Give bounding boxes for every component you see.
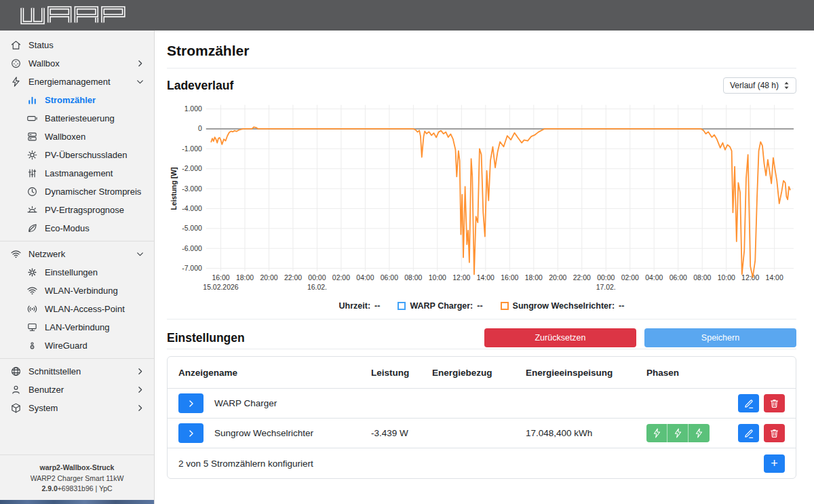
device-model: WARP2 Charger Smart 11kW [4,473,150,484]
meters-table: Anzeigename Leistung Energiebezug Energi… [167,356,796,479]
svg-text:-6.000: -6.000 [182,245,202,252]
col-phasen: Phasen [646,368,728,378]
reset-button[interactable]: Zurücksetzen [484,328,636,347]
svg-text:06:00: 06:00 [670,274,687,282]
svg-text:04:00: 04:00 [645,274,663,282]
sidebar-item-energiemanagement[interactable]: Energiemanagement [0,73,154,91]
legend-item: WARP Charger:-- [398,301,482,311]
delete-meter-button[interactable] [764,394,785,412]
sidebar-item-lan-verbindung[interactable]: LAN-Verbindung [0,318,154,336]
sidebar-item-wlan-verbindung[interactable]: WLAN-Verbindung [0,282,154,300]
sidebar-item-label: Einstellungen [45,267,98,277]
sidebar-item-label: Lastmanagement [45,168,113,178]
svg-text:10:00: 10:00 [718,274,735,282]
chevron-down-icon [136,77,144,86]
svg-text:20:00: 20:00 [549,274,566,282]
svg-text:18:00: 18:00 [525,274,543,282]
sidebar-item-batteriesteuerung[interactable]: Batteriesteuerung [0,109,154,128]
svg-text:-3.000: -3.000 [182,185,202,193]
legend-checkbox[interactable] [501,302,509,310]
svg-text:00:00: 00:00 [597,274,615,282]
save-button[interactable]: Speichern [644,328,796,347]
sidebar-bottom-logo-strip [0,500,154,504]
sidebar-item-label: Wallboxen [45,132,85,142]
sidebar-item-system[interactable]: System [0,399,154,417]
top-bar [0,0,814,31]
phases-cell [646,424,728,442]
sidebar-item-label: Dynamischer Strompreis [45,187,141,197]
sidebar-item-wlan-access-point[interactable]: WLAN-Access-Point [0,300,154,318]
home-icon [9,39,22,52]
charge-history-chart[interactable]: 1.0000-1.000-2.000-3.000-4.000-5.000-6.0… [167,98,796,301]
edit-meter-button[interactable] [738,424,759,442]
svg-text:00:00: 00:00 [308,274,326,282]
legend-checkbox[interactable] [398,302,406,310]
svg-text:08:00: 08:00 [693,274,711,282]
sidebar-item-benutzer[interactable]: Benutzer [0,381,154,399]
sidebar-item-label: Schnittstellen [28,366,81,376]
sidebar: StatusWallboxEnergiemanagementStromzähle… [0,31,155,504]
main-content: Stromzähler Ladeverlauf Verlauf (48 h) 1… [155,31,814,504]
chart-section-title: Ladeverlauf [167,79,233,93]
col-energieeinspeisung: Energieeinspeisung [526,368,646,378]
sidebar-item-eco-modus[interactable]: Eco-Modus [0,219,154,237]
sidebar-item-label: Stromzähler [45,95,96,105]
sidebar-item-schnittstellen[interactable]: Schnittstellen [0,362,154,381]
expand-row-button[interactable] [178,423,204,443]
lan-icon [26,322,38,334]
col-leistung: Leistung [371,368,432,378]
svg-text:0: 0 [198,125,202,132]
edit-meter-button[interactable] [738,394,759,412]
svg-text:18:00: 18:00 [236,274,254,282]
cube-icon [9,402,22,414]
price-clock-icon [26,186,38,198]
charging-socket-icon [9,58,22,70]
gear-icon [26,267,38,279]
chevron-down-icon [136,250,144,258]
divider [167,68,796,69]
sidebar-item-wireguard[interactable]: WireGuard [0,336,154,355]
configured-count-text: 2 von 5 Stromzählern konfiguriert [178,459,313,469]
sidebar-item-dynamischer-strompreis[interactable]: Dynamischer Strompreis [0,182,154,201]
sidebar-item-label: Eco-Modus [45,223,90,233]
sidebar-item-status[interactable]: Status [0,36,154,54]
svg-text:14:00: 14:00 [766,274,783,282]
phase-bolt-badge [667,424,689,442]
sidebar-item-label: WLAN-Access-Point [45,304,125,314]
chevron-right-icon [136,59,144,68]
sidebar-item-stromz-hler[interactable]: Stromzähler [0,91,154,109]
svg-text:08:00: 08:00 [404,274,422,282]
sidebar-divider [0,358,154,359]
sidebar-item-lastmanagement[interactable]: Lastmanagement [0,164,154,182]
chevron-right-icon [136,367,144,376]
history-range-select[interactable]: Verlauf (48 h) [723,77,796,94]
svg-text:22:00: 22:00 [573,274,591,282]
meter-name: Sungrow Wechselrichter [214,428,313,438]
svg-text:17.02.: 17.02. [596,284,616,291]
svg-text:20:00: 20:00 [260,274,277,282]
delete-meter-button[interactable] [764,424,785,442]
sidebar-item-label: System [28,403,58,413]
sidebar-item-wallbox[interactable]: Wallbox [0,54,154,73]
sidebar-item-pv-ertragsprognose[interactable]: PV-Ertragsprognose [0,201,154,219]
col-energiebezug: Energiebezug [432,368,526,378]
add-meter-button[interactable]: + [764,454,785,473]
svg-text:22:00: 22:00 [284,274,302,282]
sidebar-item-netzwerk[interactable]: Netzwerk [0,245,154,263]
svg-text:12:00: 12:00 [452,274,470,282]
sidebar-item-label: Batteriesteuerung [45,113,115,123]
sidebar-item-label: Wallbox [28,58,60,69]
sidebar-item-einstellungen[interactable]: Einstellungen [0,263,154,282]
device-name: warp2-Wallbox-Struck [4,463,150,473]
sidebar-item-wallboxen[interactable]: Wallboxen [0,128,154,146]
legend-item: Sungrow Wechselrichter:-- [501,301,625,311]
bolt-icon [9,76,22,88]
stack-icon [26,131,38,143]
svg-text:-7.000: -7.000 [182,265,202,272]
leaf-icon [26,222,38,235]
svg-text:Leistung [W]: Leistung [W] [170,167,178,210]
sidebar-item-pv-berschussladen[interactable]: PV-Überschussladen [0,146,154,164]
expand-row-button[interactable] [178,393,204,413]
sidebar-item-label: Benutzer [28,385,64,395]
access-point-icon [26,303,38,315]
